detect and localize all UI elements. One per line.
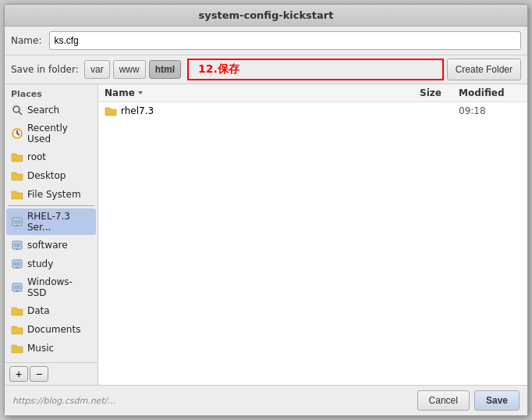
sidebar-item-filesystem-label: File System xyxy=(27,189,81,200)
sidebar-item-data-label: Data xyxy=(27,305,50,316)
sidebar-item-software[interactable]: software xyxy=(6,237,96,254)
sidebar-item-file-system[interactable]: File System xyxy=(6,186,96,203)
path-btn-html[interactable]: html xyxy=(149,60,181,79)
sidebar-item-music[interactable]: Music xyxy=(6,340,96,357)
folder-icon-documents xyxy=(11,323,23,336)
file-name-rhel73: rhel7.3 xyxy=(121,105,420,116)
sidebar-separator xyxy=(8,205,94,206)
sidebar-item-desktop[interactable]: Desktop xyxy=(6,167,96,184)
cancel-button[interactable]: Cancel xyxy=(417,390,470,411)
sidebar-item-recently-used[interactable]: Recently Used xyxy=(6,120,96,147)
name-label: Name: xyxy=(11,35,41,46)
drive-icon-windows xyxy=(11,281,23,294)
sidebar-item-documents[interactable]: Documents xyxy=(6,321,96,338)
sidebar-item-software-label: software xyxy=(27,240,68,251)
svg-rect-18 xyxy=(14,286,20,289)
drive-icon-software xyxy=(11,239,23,251)
title-bar: system-config-kickstart xyxy=(5,5,527,27)
sidebar-buttons: + − xyxy=(5,362,98,385)
hint-text: https://blog.csdm.net/... xyxy=(12,396,115,406)
file-list-header: Name Size Modified xyxy=(98,84,527,102)
main-area: Places Search Recently Used root xyxy=(5,84,527,385)
drive-icon-study xyxy=(11,258,23,270)
sidebar-item-data[interactable]: Data xyxy=(6,302,96,319)
sidebar-item-study-label: study xyxy=(27,258,53,269)
path-btn-www[interactable]: www xyxy=(113,60,146,79)
title-text: system-config-kickstart xyxy=(199,9,334,21)
sidebar-item-rhel73[interactable]: RHEL-7.3 Ser... xyxy=(6,208,96,235)
dialog: system-config-kickstart Name: Save in fo… xyxy=(4,4,528,416)
save-button[interactable]: Save xyxy=(474,390,520,411)
sidebar-item-recently-used-label: Recently Used xyxy=(27,123,91,144)
folder-icon-filesystem xyxy=(11,188,23,201)
sidebar-item-windows-ssd-label: Windows-SSD xyxy=(27,276,91,298)
svg-rect-16 xyxy=(16,268,19,269)
col-name-header[interactable]: Name xyxy=(105,87,420,98)
table-row[interactable]: rhel7.3 09:18 xyxy=(98,102,527,119)
create-folder-button[interactable]: Create Folder xyxy=(447,59,521,80)
sidebar-header: Places xyxy=(5,84,98,101)
clock-icon xyxy=(11,127,23,140)
sidebar-item-root[interactable]: root xyxy=(6,148,96,166)
sidebar-item-windows-ssd[interactable]: Windows-SSD xyxy=(6,274,96,301)
sidebar-item-root-label: root xyxy=(27,151,46,162)
svg-rect-12 xyxy=(16,249,19,250)
svg-rect-8 xyxy=(16,226,19,226)
folder-icon-data xyxy=(11,304,23,317)
svg-rect-6 xyxy=(14,220,20,223)
add-place-button[interactable]: + xyxy=(9,366,28,382)
svg-line-1 xyxy=(19,112,22,115)
col-size-header: Size xyxy=(420,87,459,98)
name-row: Name: xyxy=(5,27,527,55)
sidebar-item-search-label: Search xyxy=(27,105,59,116)
svg-rect-10 xyxy=(14,244,20,247)
svg-point-0 xyxy=(13,106,20,112)
sidebar-item-search[interactable]: Search xyxy=(6,101,96,119)
drive-icon-rhel xyxy=(11,215,23,228)
remove-place-button[interactable]: − xyxy=(30,366,48,382)
file-area: Name Size Modified rhel7.3 09:18 xyxy=(98,84,527,385)
svg-line-4 xyxy=(17,133,20,135)
name-input[interactable] xyxy=(49,31,521,50)
file-list: rhel7.3 09:18 xyxy=(98,102,527,385)
svg-rect-14 xyxy=(14,262,20,265)
col-modified-header: Modified xyxy=(459,87,521,98)
svg-rect-20 xyxy=(16,291,19,292)
bottom-bar: https://blog.csdm.net/... Cancel Save xyxy=(5,385,527,415)
sidebar-item-music-label: Music xyxy=(27,343,54,354)
save-folder-row: Save in folder: var www html 12.保存 Creat… xyxy=(5,55,527,84)
folder-icon-desktop xyxy=(11,169,23,182)
file-modified-rhel73: 09:18 xyxy=(459,105,521,116)
annotation-box: 12.保存 xyxy=(187,59,444,80)
sidebar: Places Search Recently Used root xyxy=(5,84,98,385)
annotation-text: 12.保存 xyxy=(198,62,239,77)
sidebar-item-study[interactable]: study xyxy=(6,255,96,272)
sidebar-item-desktop-label: Desktop xyxy=(27,170,66,181)
folder-icon-music xyxy=(11,342,23,354)
svg-marker-21 xyxy=(138,91,143,94)
save-folder-label: Save in folder: xyxy=(11,64,81,75)
sort-icon xyxy=(137,90,144,96)
folder-icon-rhel73 xyxy=(105,105,117,117)
folder-icon-root xyxy=(11,151,23,163)
search-icon xyxy=(11,104,23,116)
sidebar-item-documents-label: Documents xyxy=(27,324,80,335)
sidebar-item-rhel73-label: RHEL-7.3 Ser... xyxy=(27,211,91,233)
path-btn-var[interactable]: var xyxy=(84,60,110,79)
